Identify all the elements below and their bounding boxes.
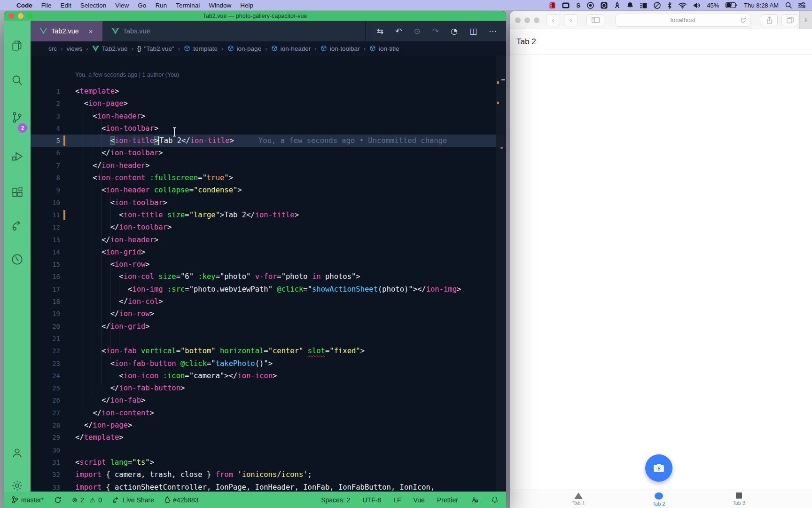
- forward-button[interactable]: ›: [564, 14, 578, 26]
- breadcrumb-separator: ›: [221, 45, 224, 52]
- menu-code[interactable]: Code: [16, 2, 32, 9]
- extensions-icon[interactable]: [4, 186, 31, 198]
- menu-clock[interactable]: Thu 8:28 AM: [744, 2, 779, 9]
- menu-go[interactable]: Go: [138, 2, 146, 9]
- s-app-icon[interactable]: S: [576, 1, 580, 9]
- notifications-bell-icon[interactable]: [491, 496, 499, 504]
- new-tab-button[interactable]: +: [799, 11, 812, 29]
- eol-status[interactable]: LF: [393, 496, 401, 504]
- breadcrumb-item-ion-toolbar[interactable]: ion-toolbar: [320, 45, 360, 52]
- breadcrumb-item-ion-page[interactable]: ion-page: [227, 45, 262, 52]
- code-line-29[interactable]: 29</template>: [31, 431, 506, 444]
- code-line-26[interactable]: 26 </ion-fab>: [31, 394, 506, 406]
- menu-edit[interactable]: Edit: [61, 2, 71, 9]
- breadcrumb-item-src[interactable]: src: [48, 45, 57, 52]
- encoding-status[interactable]: UTF-8: [362, 496, 381, 504]
- reload-icon[interactable]: [740, 17, 746, 24]
- run-debug-icon[interactable]: [4, 150, 31, 163]
- code-line-32[interactable]: 32import { camera, trash, close } from '…: [31, 468, 506, 481]
- source-control-icon[interactable]: [4, 111, 31, 124]
- navigate-back-icon[interactable]: ↶: [395, 26, 402, 36]
- menu-selection[interactable]: Selection: [80, 2, 107, 9]
- code-line-33[interactable]: 33import { actionSheetController, IonPag…: [31, 481, 506, 492]
- ionic-tab-tab-3[interactable]: Tab 3: [699, 490, 779, 508]
- breadcrumb-item-views[interactable]: views: [67, 45, 83, 52]
- sync-button[interactable]: [54, 496, 62, 504]
- stage-manager-icon[interactable]: [640, 1, 647, 9]
- code-line-31[interactable]: 31<script lang="ts">: [31, 456, 506, 468]
- back-button[interactable]: ‹: [546, 14, 560, 26]
- editor-tab-tabs.vue[interactable]: Tabs.vue: [102, 21, 160, 41]
- breadcrumb-item--tab2-vue-[interactable]: {}"Tab2.vue": [137, 45, 174, 52]
- camera-fab-button[interactable]: [645, 454, 672, 482]
- code-line-28[interactable]: 28 </ion-page>: [31, 419, 506, 431]
- formatter-status[interactable]: Prettier: [437, 496, 458, 504]
- control-center-icon[interactable]: [798, 1, 805, 9]
- tab-overview-icon[interactable]: [781, 14, 798, 26]
- split-editor-icon[interactable]: ◫: [469, 26, 477, 36]
- safari-minimize-button[interactable]: [524, 17, 530, 23]
- do-not-disturb-icon[interactable]: [654, 1, 661, 9]
- accounts-icon[interactable]: [4, 446, 31, 459]
- codelens-annotation[interactable]: You, a few seconds ago | 1 author (You): [75, 71, 179, 78]
- bell-icon[interactable]: [627, 1, 633, 9]
- search-icon[interactable]: [4, 74, 31, 87]
- code-text: <ion-page>: [75, 97, 128, 110]
- navigate-current-icon[interactable]: ⊙: [414, 26, 421, 36]
- breadcrumb-item-ion-title[interactable]: ion-title: [369, 45, 399, 52]
- test-runner-icon[interactable]: [4, 253, 31, 266]
- wifi-icon[interactable]: [679, 1, 687, 9]
- menu-view[interactable]: View: [115, 2, 129, 9]
- menu-run[interactable]: Run: [155, 2, 167, 9]
- target-icon[interactable]: [587, 1, 594, 9]
- spotlight-icon[interactable]: [785, 1, 792, 9]
- vscode-title-bar[interactable]: Tab2.vue — photo-gallery-capacitor-vue: [4, 11, 506, 21]
- share-icon[interactable]: [761, 14, 778, 26]
- feedback-icon[interactable]: [470, 496, 479, 504]
- activity-bar: [4, 21, 31, 508]
- explorer-icon[interactable]: [4, 40, 31, 52]
- safari-close-button[interactable]: [515, 17, 521, 23]
- menu-terminal[interactable]: Terminal: [176, 2, 200, 9]
- address-bar[interactable]: localhost: [616, 14, 750, 27]
- branch-indicator[interactable]: master*: [11, 496, 44, 504]
- menu-file[interactable]: File: [41, 2, 52, 9]
- minimap[interactable]: [496, 56, 506, 492]
- editor-tab-tab2.vue[interactable]: Tab2.vue×: [31, 21, 102, 41]
- problems-indicator[interactable]: ⊗ 2 ⚠ 0: [72, 496, 102, 504]
- gutter: [60, 308, 75, 320]
- camera-icon: [653, 462, 665, 474]
- breadcrumb-item-ion-header[interactable]: ion-header: [271, 45, 311, 52]
- breadcrumb-item-template[interactable]: template: [184, 45, 218, 52]
- breadcrumb-item-tab2-vue[interactable]: Tab2.vue: [92, 45, 128, 52]
- menu-window[interactable]: Window: [209, 2, 231, 9]
- compare-changes-icon[interactable]: ⇆: [377, 26, 383, 36]
- safari-zoom-button[interactable]: [534, 17, 539, 23]
- bluetooth-icon[interactable]: [667, 1, 672, 9]
- display-icon[interactable]: [562, 1, 570, 9]
- code-line-30[interactable]: 30: [31, 444, 506, 456]
- ionic-tab-tab-1[interactable]: Tab 1: [539, 490, 619, 508]
- live-share-button[interactable]: Live Share: [112, 496, 154, 504]
- settings-gear-icon[interactable]: [4, 479, 31, 492]
- breadcrumb[interactable]: src›views›Tab2.vue›{}"Tab2.vue"›template…: [31, 41, 506, 56]
- rocket-icon[interactable]: [614, 1, 620, 9]
- language-status[interactable]: Vue: [413, 496, 424, 504]
- sidebar-toggle-icon[interactable]: [586, 14, 604, 26]
- indentation-status[interactable]: Spaces: 2: [321, 496, 350, 504]
- code-line-2[interactable]: 2 <ion-page>: [31, 97, 506, 110]
- menu-help[interactable]: Help: [240, 2, 253, 9]
- record-icon[interactable]: [601, 1, 608, 9]
- film-icon[interactable]: [549, 1, 555, 9]
- close-tab-icon[interactable]: ×: [89, 27, 93, 35]
- ionic-tab-tab-2[interactable]: Tab 2: [619, 490, 699, 508]
- live-share-icon[interactable]: [4, 219, 31, 232]
- more-actions-icon[interactable]: ⋯: [489, 26, 497, 36]
- run-icon[interactable]: ◔: [451, 26, 458, 36]
- code-line-1[interactable]: 1<template>: [31, 85, 506, 97]
- volume-icon[interactable]: [693, 1, 700, 9]
- navigate-forward-icon[interactable]: ↷: [432, 26, 439, 36]
- gutter: [60, 320, 75, 333]
- code-line-27[interactable]: 27 </ion-content>: [31, 407, 506, 419]
- color-chip-indicator[interactable]: #42b883: [164, 496, 199, 504]
